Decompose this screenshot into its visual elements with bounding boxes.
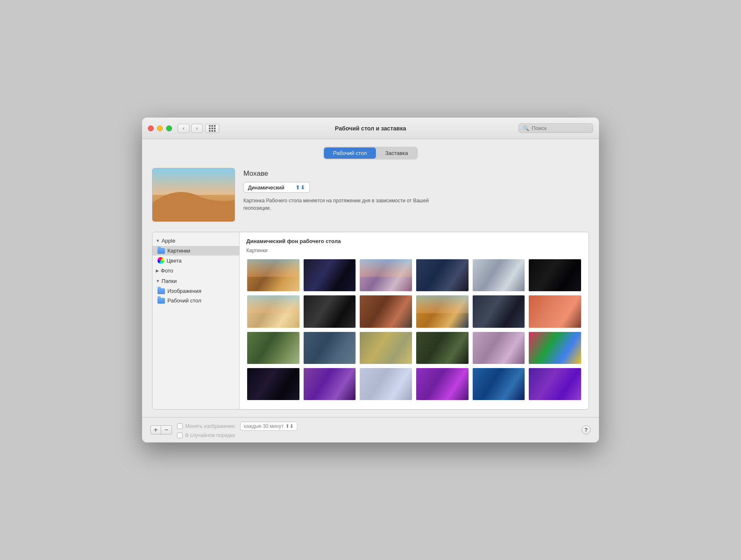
remove-button[interactable]: − [161, 425, 172, 435]
thumb-sierra-night[interactable] [472, 295, 526, 328]
thumb-dark-abstract1[interactable] [246, 367, 300, 401]
sidebar-item-images[interactable]: Изображения [152, 286, 239, 296]
thumbnails-row1 [246, 258, 582, 292]
thumb-mojave-night[interactable] [303, 258, 357, 292]
wallpaper-name: Мохаве [243, 169, 589, 178]
add-button[interactable]: + [150, 425, 161, 435]
thumb-misty-rocks[interactable] [472, 258, 526, 292]
search-box[interactable]: 🔍 [518, 123, 593, 133]
random-order-row: В случайном порядке [177, 432, 297, 438]
change-image-checkbox-row: Менять изображение: [177, 423, 236, 429]
dropdown-arrow-icon: ⬆⬇ [295, 184, 305, 191]
sidebar-desktop-label: Рабочий стол [167, 297, 201, 304]
sidebar-item-colors[interactable]: Цвета [152, 255, 239, 265]
minimize-button[interactable] [157, 125, 163, 131]
panel-sub-title: Картинки [246, 248, 582, 253]
thumbnails-row3 [246, 331, 582, 365]
thumb-mountain-lake[interactable] [415, 258, 469, 292]
sidebar-item-pictures[interactable]: Картинки [152, 246, 239, 255]
images-folder-icon [157, 288, 165, 294]
back-button[interactable]: ‹ [178, 124, 189, 133]
thumb-canyon[interactable] [359, 295, 413, 328]
thumb-light-abstract[interactable] [359, 367, 413, 401]
content-area: Рабочий стол Заставка Мохаве Динамически… [142, 139, 599, 417]
titlebar: ‹ › Рабочий стол и заставка 🔍 [142, 118, 599, 139]
bottom-bar: + − Менять изображение: каждые 30 минут … [142, 417, 599, 442]
change-image-row: Менять изображение: каждые 30 минут ⬆⬇ [177, 422, 297, 431]
sidebar-group-folders[interactable]: ▼ Папки [152, 276, 239, 286]
interval-label: каждые 30 минут [244, 423, 284, 429]
sidebar-item-desktop[interactable]: Рабочий стол [152, 296, 239, 305]
nav-buttons: ‹ › [178, 124, 203, 133]
sidebar-group-apple[interactable]: ▼ Apple [152, 236, 239, 246]
sidebar-photos-label: Фото [161, 268, 173, 274]
color-wheel-icon [157, 257, 164, 264]
thumb-sand-light[interactable] [246, 295, 300, 328]
search-input[interactable] [532, 125, 589, 131]
dropdown-label: Динамический [248, 184, 284, 191]
grid-icon [209, 125, 216, 132]
add-remove-buttons: + − [150, 425, 172, 435]
forward-button[interactable]: › [191, 124, 203, 133]
disclosure-arrow-photos-icon: ▶ [156, 268, 159, 273]
search-icon: 🔍 [523, 125, 529, 131]
disclosure-arrow-icon: ▼ [156, 238, 160, 243]
tab-screensaver[interactable]: Заставка [376, 147, 417, 159]
random-order-label: В случайном порядке [185, 432, 235, 438]
thumb-valley-blue[interactable] [303, 331, 357, 365]
thumb-el-capitan-yellow[interactable] [359, 331, 413, 365]
thumb-purple-mountains[interactable] [472, 331, 526, 365]
thumb-deep-purple[interactable] [528, 367, 582, 401]
wallpaper-panel: Динамический фон рабочего стола Картинки [240, 232, 589, 409]
thumb-forest-dark[interactable] [415, 331, 469, 365]
sidebar-pictures-label: Картинки [167, 248, 190, 254]
dropdown-row: Динамический ⬆⬇ [243, 182, 589, 193]
sidebar-apple-label: Apple [162, 238, 175, 244]
preferences-window: ‹ › Рабочий стол и заставка 🔍 Рабочий ст… [142, 118, 599, 442]
preview-row: Мохаве Динамический ⬆⬇ Картинка Рабочего… [152, 168, 589, 222]
bottom-options: Менять изображение: каждые 30 минут ⬆⬇ В… [177, 422, 297, 438]
thumb-mojave-day[interactable] [246, 258, 300, 292]
thumbnails-row4 [246, 367, 582, 401]
disclosure-arrow-folders-icon: ▼ [156, 279, 160, 283]
grid-view-button[interactable] [205, 124, 219, 133]
thumb-rock-formation[interactable] [359, 258, 413, 292]
random-order-checkbox[interactable] [177, 432, 183, 438]
thumb-el-capitan-day[interactable] [246, 331, 300, 365]
thumb-purple-abstract[interactable] [303, 367, 357, 401]
tabs-container: Рабочий стол Заставка [152, 147, 589, 160]
panel-section-title: Динамический фон рабочего стола [246, 238, 582, 244]
preview-info: Мохаве Динамический ⬆⬇ Картинка Рабочего… [243, 168, 589, 212]
window-title: Рабочий стол и заставка [335, 125, 406, 132]
close-button[interactable] [148, 125, 154, 131]
main-panel: ▼ Apple Картинки Цвета ▶ Фото ▼ Папк [152, 232, 589, 409]
thumbnails-row2 [246, 295, 582, 328]
preview-image [152, 168, 235, 222]
dynamic-dropdown[interactable]: Динамический ⬆⬇ [243, 182, 310, 193]
interval-arrow-icon: ⬆⬇ [285, 423, 294, 429]
sidebar: ▼ Apple Картинки Цвета ▶ Фото ▼ Папк [152, 232, 240, 409]
sidebar-images-label: Изображения [167, 288, 201, 294]
thumb-sunset-mountains[interactable] [528, 295, 582, 328]
folder-icon [157, 248, 165, 254]
thumb-dark-dunes[interactable] [303, 295, 357, 328]
thumb-dark-city[interactable] [528, 258, 582, 292]
sidebar-colors-label: Цвета [167, 258, 182, 264]
description-text: Картинка Рабочего стола меняется на прот… [243, 197, 451, 212]
interval-dropdown[interactable]: каждые 30 минут ⬆⬇ [240, 422, 297, 431]
tab-desktop[interactable]: Рабочий стол [324, 147, 376, 159]
thumb-fluid-purple[interactable] [415, 367, 469, 401]
thumb-blue-abstract[interactable] [472, 367, 526, 401]
change-image-checkbox[interactable] [177, 423, 183, 429]
sidebar-folders-label: Папки [162, 278, 177, 284]
thumb-color-burst[interactable] [528, 331, 582, 365]
sidebar-group-photos[interactable]: ▶ Фото [152, 265, 239, 276]
traffic-lights [148, 125, 172, 131]
maximize-button[interactable] [166, 125, 172, 131]
help-button[interactable]: ? [582, 425, 591, 435]
tab-group: Рабочий стол Заставка [323, 147, 418, 160]
thumb-golden-mountains[interactable] [415, 295, 469, 328]
desktop-folder-icon [157, 298, 165, 304]
change-image-label: Менять изображение: [185, 423, 236, 429]
